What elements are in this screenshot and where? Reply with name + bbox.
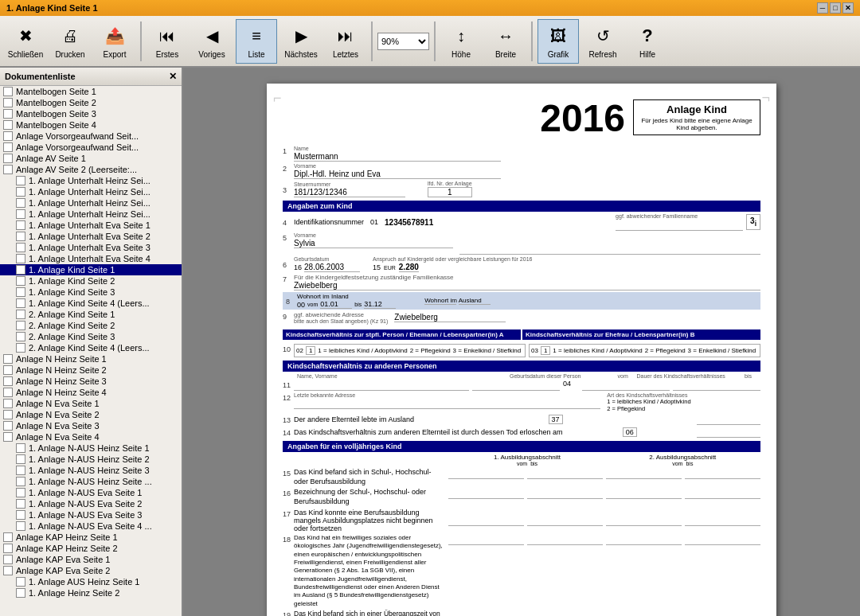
sidebar-item[interactable]: 2. Anlage Kind Seite 2 (0, 320, 182, 331)
sidebar-item[interactable]: 1. Anlage Unterhalt Eva Seite 3 (0, 242, 182, 253)
sidebar-checkbox[interactable] (16, 577, 25, 587)
refresh-button[interactable]: ↺ Refresh (582, 19, 624, 64)
sidebar-checkbox[interactable] (16, 343, 25, 353)
erstes-button[interactable]: ⏮ Erstes (147, 19, 188, 64)
sidebar-item[interactable]: 1. Anlage Kind Seite 1 (0, 264, 182, 275)
sidebar-item[interactable]: 1. Anlage Kind Seite 3 (0, 287, 182, 298)
sidebar-item[interactable]: Anlage N Heinz Seite 3 (0, 376, 182, 387)
liste-button[interactable]: ≡ Liste (236, 19, 277, 64)
sidebar-checkbox[interactable] (3, 354, 13, 364)
sidebar-item[interactable]: 1. Anlage Heinz Seite 2 (0, 587, 182, 598)
sidebar-checkbox[interactable] (16, 454, 25, 464)
sidebar-checkbox[interactable] (16, 477, 25, 486)
sidebar-checkbox[interactable] (3, 421, 13, 431)
close-button[interactable]: ✕ (842, 2, 854, 14)
sidebar-checkbox[interactable] (16, 254, 25, 263)
sidebar-item[interactable]: 1. Anlage Kind Seite 2 (0, 275, 182, 287)
sidebar-item[interactable]: Anlage N Heinz Seite 2 (0, 365, 182, 376)
sidebar-item[interactable]: 2. Anlage Kind Seite 4 (Leers... (0, 342, 182, 353)
zoom-control[interactable]: 50% 75% 90% 100% 125% 150% 200% (377, 33, 429, 50)
sidebar-item[interactable]: Mantelbogen Seite 4 (0, 119, 182, 131)
sidebar-list[interactable]: Mantelbogen Seite 1Mantelbogen Seite 2Ma… (0, 86, 182, 616)
grafik-button[interactable]: 🖼 Grafik (538, 19, 579, 64)
sidebar-checkbox[interactable] (16, 488, 25, 497)
sidebar-close-button[interactable]: ✕ (169, 71, 177, 82)
sidebar-checkbox[interactable] (3, 532, 13, 542)
sidebar-checkbox[interactable] (16, 310, 25, 319)
sidebar-item[interactable]: 1. Anlage N-AUS Heinz Seite 3 (0, 465, 182, 476)
sidebar-checkbox[interactable] (16, 332, 25, 341)
sidebar-checkbox[interactable] (16, 265, 25, 275)
sidebar-checkbox[interactable] (3, 87, 13, 96)
sidebar-item[interactable]: 1. Anlage Unterhalt Heinz Sei... (0, 175, 182, 186)
sidebar-item[interactable]: Anlage KAP Eva Seite 1 (0, 554, 182, 565)
sidebar-item[interactable]: 1. Anlage N-AUS Heinz Seite ... (0, 476, 182, 487)
sidebar-item[interactable]: 1. Anlage N-AUS Heinz Seite 1 (0, 443, 182, 454)
naechstes-button[interactable]: ▶ Nächstes (280, 19, 322, 64)
sidebar-item[interactable]: Anlage N Eva Seite 2 (0, 409, 182, 420)
sidebar-item[interactable]: 1. Anlage Kind Seite 4 (Leers... (0, 298, 182, 309)
sidebar-checkbox[interactable] (16, 321, 25, 330)
sidebar-checkbox[interactable] (3, 555, 13, 564)
sidebar-item[interactable]: Anlage Vorsorgeaufwand Seit... (0, 142, 182, 153)
hoehe-button[interactable]: ↕ Höhe (440, 19, 482, 64)
maximize-button[interactable]: □ (830, 2, 841, 14)
sidebar-checkbox[interactable] (16, 287, 25, 297)
sidebar-item[interactable]: Anlage N Eva Seite 1 (0, 398, 182, 409)
sidebar-checkbox[interactable] (16, 521, 25, 531)
sidebar-checkbox[interactable] (3, 365, 13, 375)
sidebar-item[interactable]: 1. Anlage N-AUS Eva Seite 4 ... (0, 520, 182, 532)
hilfe-button[interactable]: ? Hilfe (627, 19, 668, 64)
sidebar-checkbox[interactable] (16, 298, 25, 308)
sidebar-checkbox[interactable] (16, 510, 25, 520)
sidebar-item[interactable]: 1. Anlage N-AUS Heinz Seite 2 (0, 454, 182, 465)
sidebar-item[interactable]: 1. Anlage Unterhalt Heinz Sei... (0, 186, 182, 197)
sidebar-item[interactable]: Anlage N Eva Seite 4 (0, 431, 182, 443)
sidebar-item[interactable]: Anlage N Heinz Seite 4 (0, 387, 182, 398)
sidebar-checkbox[interactable] (3, 165, 13, 174)
zoom-select[interactable]: 50% 75% 90% 100% 125% 150% 200% (377, 33, 429, 50)
sidebar-checkbox[interactable] (3, 399, 13, 408)
voriges-button[interactable]: ◀ Voriges (191, 19, 233, 64)
sidebar-checkbox[interactable] (16, 187, 25, 197)
sidebar-item[interactable]: Anlage N Heinz Seite 1 (0, 353, 182, 365)
sidebar-item[interactable]: Anlage KAP Heinz Seite 2 (0, 543, 182, 554)
sidebar-checkbox[interactable] (3, 109, 13, 119)
sidebar-checkbox[interactable] (16, 198, 25, 208)
sidebar-checkbox[interactable] (3, 410, 13, 419)
minimize-button[interactable]: ─ (817, 2, 828, 14)
sidebar-checkbox[interactable] (16, 243, 25, 252)
sidebar-checkbox[interactable] (16, 466, 25, 475)
window-controls[interactable]: ─ □ ✕ (817, 2, 854, 14)
sidebar-item[interactable]: Anlage N Eva Seite 3 (0, 420, 182, 431)
sidebar-checkbox[interactable] (3, 98, 13, 107)
sidebar-item[interactable]: Anlage KAP Eva Seite 2 (0, 565, 182, 576)
sidebar-checkbox[interactable] (16, 220, 25, 230)
sidebar-item[interactable]: 2. Anlage Kind Seite 1 (0, 309, 182, 320)
sidebar-item[interactable]: 1. Anlage N-AUS Eva Seite 3 (0, 509, 182, 520)
sidebar-item[interactable]: 1. Anlage Unterhalt Eva Seite 4 (0, 253, 182, 264)
schliessen-button[interactable]: ✖ Schließen (5, 19, 46, 64)
sidebar-checkbox[interactable] (3, 566, 13, 575)
sidebar-checkbox[interactable] (3, 142, 13, 152)
sidebar-item[interactable]: Anlage AV Seite 1 (0, 153, 182, 164)
sidebar-checkbox[interactable] (3, 432, 13, 442)
sidebar-checkbox[interactable] (3, 154, 13, 163)
sidebar-item[interactable]: 1. Anlage Unterhalt Heinz Sei... (0, 197, 182, 209)
sidebar-item[interactable]: Anlage KAP Heinz Seite 1 (0, 532, 182, 543)
sidebar-checkbox[interactable] (16, 176, 25, 185)
drucken-button[interactable]: 🖨 Drucken (49, 19, 91, 64)
sidebar-item[interactable]: Anlage Vorsorgeaufwand Seit... (0, 131, 182, 142)
sidebar-checkbox[interactable] (3, 544, 13, 553)
breite-button[interactable]: ↔ Breite (485, 19, 526, 64)
sidebar-item[interactable]: 1. Anlage Unterhalt Heinz Sei... (0, 209, 182, 220)
sidebar-item[interactable]: Mantelbogen Seite 3 (0, 108, 182, 119)
sidebar-checkbox[interactable] (3, 388, 13, 397)
sidebar-checkbox[interactable] (16, 232, 25, 241)
sidebar-checkbox[interactable] (3, 131, 13, 141)
letztes-button[interactable]: ⏭ Letztes (325, 19, 366, 64)
sidebar-item[interactable]: Anlage AV Seite 2 (Leerseite:... (0, 164, 182, 175)
sidebar-item[interactable]: 1. Anlage N-AUS Eva Seite 1 (0, 487, 182, 498)
sidebar-checkbox[interactable] (16, 588, 25, 598)
sidebar-checkbox[interactable] (3, 120, 13, 130)
